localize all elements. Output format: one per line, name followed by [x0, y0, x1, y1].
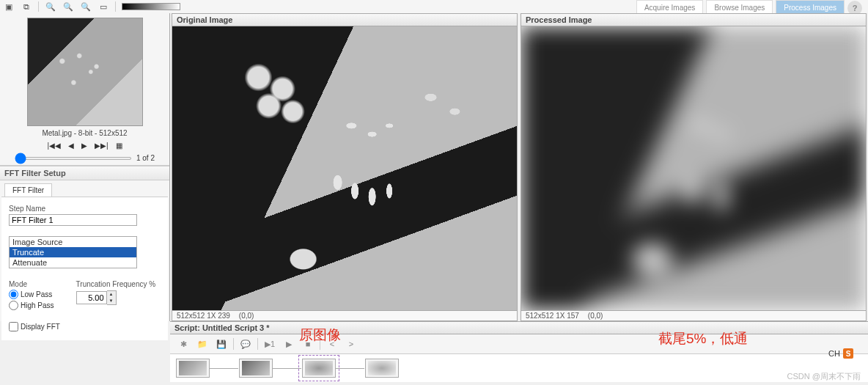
original-coord: (0,0)	[239, 312, 254, 320]
star-icon[interactable]: ✱	[176, 337, 191, 351]
processed-coord: (0,0)	[588, 312, 603, 320]
language-indicator[interactable]: CH S	[828, 348, 853, 359]
radio-highpass[interactable]: High Pass	[9, 301, 54, 310]
script-step-4[interactable]	[365, 359, 399, 378]
script-step-1[interactable]	[176, 359, 210, 378]
radio-lowpass[interactable]: Low Pass	[9, 290, 54, 299]
step-back-icon[interactable]: <	[325, 337, 339, 351]
step-name-label: Step Name	[9, 205, 161, 213]
zoom-region-icon[interactable]: ▭	[98, 1, 109, 12]
filter-body: Step Name Image Source Truncate Attenuat…	[1, 197, 168, 340]
original-status: 512x512 1X 239 (0,0)	[172, 310, 517, 320]
freq-label: Truncation Frequency %	[76, 280, 156, 288]
stop-icon[interactable]: ■	[301, 337, 315, 351]
zoom-fit-icon[interactable]: 🔍	[80, 1, 92, 12]
speech-icon[interactable]: 💬	[238, 337, 253, 351]
filter-listbox[interactable]: Image Source Truncate Attenuate	[9, 236, 137, 268]
play-icon[interactable]: ▶	[282, 337, 296, 351]
pager-label: 1 of 2	[136, 154, 155, 162]
top-toolbar: ▣ ⧉ 🔍 🔍 🔍 ▭ Acquire Images Browse Images…	[0, 0, 868, 13]
processed-panel: Processed Image 512x512 1X 157 (0,0)	[521, 13, 867, 321]
spinner-up-icon[interactable]: ▲	[107, 291, 116, 298]
thumbnail-nav: |◀◀ ◀ ▶ ▶▶| ▦	[7, 142, 162, 150]
script-bar: Script: Untitled Script 3 * ✱ 📁 💾 💬 ▶1 ▶…	[170, 321, 868, 382]
play-once-icon[interactable]: ▶1	[262, 337, 277, 351]
script-header: Script: Untitled Script 3 *	[170, 322, 868, 334]
watermark: CSDN @周末不下雨	[787, 371, 861, 382]
thumbnail-image[interactable]	[27, 18, 143, 126]
thumbnail-caption: Metal.jpg - 8-bit - 512x512	[7, 129, 162, 137]
mode-label: Mode	[9, 280, 54, 288]
listbox-opt-attenuate[interactable]: Attenuate	[10, 257, 136, 268]
step-fwd-icon[interactable]: >	[344, 337, 358, 351]
script-step-2[interactable]	[239, 359, 273, 378]
freq-input[interactable]	[76, 291, 107, 304]
folder-icon[interactable]: 📁	[195, 337, 210, 351]
tool-icon-1[interactable]: ▣	[3, 1, 15, 12]
original-panel: Original Image 512x512 1X 239 (0,0)	[172, 13, 518, 321]
nav-last-icon[interactable]: ▶▶|	[95, 142, 108, 150]
nav-prev-icon[interactable]: ◀	[68, 142, 74, 150]
step-name-input[interactable]	[9, 214, 137, 226]
tool-icon-2[interactable]: ⧉	[21, 1, 32, 12]
original-image[interactable]	[172, 26, 517, 310]
thumbnail-slider[interactable]	[15, 157, 132, 160]
filter-tab[interactable]: FFT Filter	[4, 183, 52, 197]
processed-header: Processed Image	[521, 14, 866, 26]
display-fft-checkbox[interactable]: Display FFT	[9, 322, 161, 331]
left-panel: Metal.jpg - 8-bit - 512x512 |◀◀ ◀ ▶ ▶▶| …	[0, 13, 170, 321]
zoom-out-icon[interactable]: 🔍	[62, 1, 74, 12]
listbox-opt-source[interactable]: Image Source	[10, 237, 136, 247]
save-icon[interactable]: 💾	[214, 337, 229, 351]
script-step-3[interactable]	[302, 359, 336, 378]
script-toolbar: ✱ 📁 💾 💬 ▶1 ▶ ■ < >	[170, 334, 868, 354]
original-dims: 512x512 1X 239	[177, 312, 230, 320]
processed-status: 512x512 1X 157 (0,0)	[521, 310, 866, 320]
nav-grid-icon[interactable]: ▦	[116, 142, 122, 150]
setup-header: FFT Filter Setup	[0, 166, 169, 180]
nav-first-icon[interactable]: |◀◀	[47, 142, 61, 150]
original-header: Original Image	[172, 14, 517, 26]
freq-spinner[interactable]: ▲▼	[76, 290, 156, 305]
listbox-opt-truncate[interactable]: Truncate	[10, 247, 136, 257]
nav-next-icon[interactable]: ▶	[81, 142, 87, 150]
script-canvas[interactable]	[170, 354, 868, 382]
gradient-bar	[122, 3, 180, 10]
zoom-in-icon[interactable]: 🔍	[45, 1, 56, 12]
lang-ch: CH	[828, 349, 840, 358]
processed-image[interactable]	[521, 26, 866, 310]
processed-dims: 512x512 1X 157	[526, 312, 579, 320]
spinner-down-icon[interactable]: ▼	[107, 298, 116, 304]
lang-s-icon: S	[843, 348, 853, 359]
